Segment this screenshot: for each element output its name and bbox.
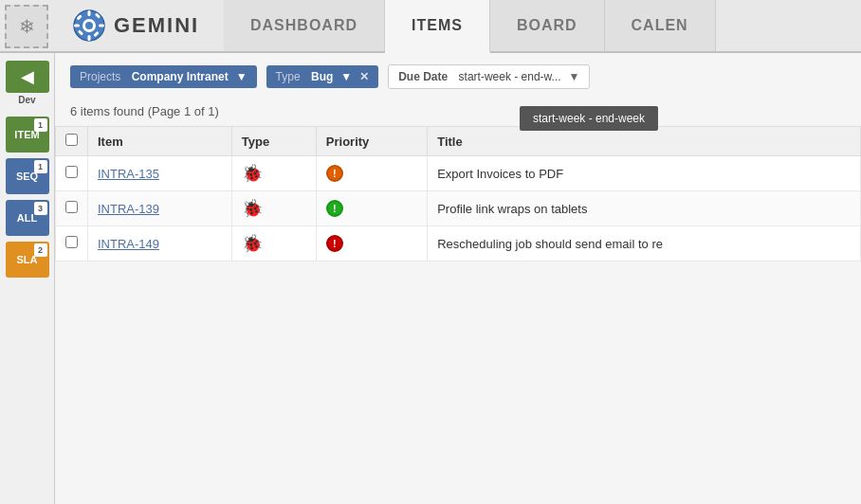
select-all-checkbox[interactable] bbox=[65, 134, 78, 146]
row-type: 🐞 bbox=[231, 156, 316, 191]
tab-items[interactable]: ITEMS bbox=[385, 0, 490, 53]
sidebar-back-label: Dev bbox=[18, 95, 35, 105]
table-header-type: Type bbox=[231, 127, 316, 156]
svg-rect-5 bbox=[74, 25, 80, 27]
table-header-priority: Priority bbox=[316, 127, 427, 156]
bug-icon: 🐞 bbox=[242, 199, 263, 218]
snowflake-icon: ❄ bbox=[19, 15, 35, 38]
sidebar-back-button[interactable]: ◀ bbox=[6, 61, 49, 93]
due-date-filter[interactable]: Due Date start-week - end-w... ▼ bbox=[388, 64, 590, 89]
type-filter-label: Type bbox=[276, 70, 301, 83]
gear-icon bbox=[72, 9, 106, 43]
type-dropdown-arrow-icon[interactable]: ▼ bbox=[340, 70, 352, 83]
type-filter-value: Bug bbox=[311, 70, 333, 83]
priority-indicator: ! bbox=[326, 235, 343, 252]
row-priority: ! bbox=[316, 156, 427, 191]
svg-rect-3 bbox=[88, 10, 91, 16]
sidebar-item-sla-badge: 2 bbox=[34, 243, 47, 257]
items-found-text: 6 items found (Page 1 of 1) bbox=[55, 100, 861, 126]
row-checkbox-cell bbox=[56, 226, 88, 261]
bug-icon: 🐞 bbox=[242, 234, 263, 253]
sidebar-item-all-badge: 3 bbox=[34, 202, 47, 215]
filter-bar: Projects Company Intranet ▼ Type Bug ▼ ✕… bbox=[55, 53, 861, 100]
project-filter[interactable]: Projects Company Intranet ▼ bbox=[70, 65, 257, 88]
table-header-item: Item bbox=[88, 127, 232, 156]
type-filter-remove-icon[interactable]: ✕ bbox=[359, 70, 369, 83]
svg-point-2 bbox=[85, 22, 93, 29]
sidebar-item-seq[interactable]: SEQ 1 bbox=[6, 158, 49, 194]
project-filter-label: Projects bbox=[80, 70, 120, 83]
nav-logo-area: GEMINI bbox=[53, 0, 224, 51]
priority-indicator: ! bbox=[326, 165, 343, 182]
item-link-INTRA-139[interactable]: INTRA-139 bbox=[98, 202, 159, 216]
row-checkbox-cell bbox=[56, 191, 88, 226]
row-title: Export Invoices to PDF bbox=[428, 156, 861, 191]
sidebar-item-item[interactable]: ITEM 1 bbox=[6, 117, 49, 153]
priority-indicator: ! bbox=[326, 200, 343, 217]
svg-rect-4 bbox=[88, 35, 91, 41]
row-title: Profile link wraps on tablets bbox=[428, 191, 861, 226]
main-layout: ◀ Dev ITEM 1 SEQ 1 ALL 3 SLA 2 Projects … bbox=[0, 53, 861, 504]
svg-rect-6 bbox=[99, 25, 104, 27]
sidebar-item-sla[interactable]: SLA 2 bbox=[6, 242, 49, 278]
row-priority: ! bbox=[316, 226, 427, 261]
item-link-INTRA-149[interactable]: INTRA-149 bbox=[98, 237, 159, 251]
project-dropdown-arrow-icon[interactable]: ▼ bbox=[236, 70, 247, 83]
type-filter[interactable]: Type Bug ▼ ✕ bbox=[266, 65, 379, 88]
main-content: Projects Company Intranet ▼ Type Bug ▼ ✕… bbox=[55, 53, 861, 504]
due-date-value: start-week - end-w... bbox=[459, 70, 561, 83]
item-link-INTRA-135[interactable]: INTRA-135 bbox=[98, 167, 159, 181]
top-navigation: ❄ GEMINI DASHBOARD ITEMS BOARD CALEN bbox=[0, 0, 861, 53]
row-checkbox-cell bbox=[56, 156, 88, 191]
tab-dashboard[interactable]: DASHBOARD bbox=[224, 0, 385, 51]
table-header-checkbox bbox=[56, 127, 88, 156]
app-icon-box[interactable]: ❄ bbox=[5, 5, 48, 48]
table-row: INTRA-149🐞!Rescheduling job should send … bbox=[56, 226, 861, 261]
row-checkbox-INTRA-139[interactable] bbox=[65, 201, 78, 213]
dropdown-hint: start-week - end-week bbox=[520, 106, 658, 131]
table-row: INTRA-135🐞!Export Invoices to PDF bbox=[56, 156, 861, 191]
due-date-dropdown-arrow-icon[interactable]: ▼ bbox=[569, 70, 580, 83]
row-item-id[interactable]: INTRA-149 bbox=[88, 226, 232, 261]
table-row: INTRA-139🐞!Profile link wraps on tablets bbox=[56, 191, 861, 226]
tab-calendar[interactable]: CALEN bbox=[605, 0, 716, 51]
sidebar: ◀ Dev ITEM 1 SEQ 1 ALL 3 SLA 2 bbox=[0, 53, 55, 504]
items-table: Item Type Priority Title INTRA-135🐞!Expo… bbox=[55, 126, 861, 261]
sidebar-item-item-badge: 1 bbox=[34, 118, 47, 132]
bug-icon: 🐞 bbox=[242, 164, 263, 183]
row-checkbox-INTRA-135[interactable] bbox=[65, 166, 78, 178]
tab-board[interactable]: BOARD bbox=[490, 0, 605, 51]
project-filter-value: Company Intranet bbox=[132, 70, 229, 83]
row-title: Rescheduling job should send email to re bbox=[428, 226, 861, 261]
sidebar-item-all[interactable]: ALL 3 bbox=[6, 200, 49, 236]
sidebar-item-seq-badge: 1 bbox=[34, 160, 47, 173]
row-type: 🐞 bbox=[231, 226, 316, 261]
table-header-title: Title bbox=[428, 127, 861, 156]
row-item-id[interactable]: INTRA-135 bbox=[88, 156, 232, 191]
row-checkbox-INTRA-149[interactable] bbox=[65, 236, 78, 248]
row-priority: ! bbox=[316, 191, 427, 226]
nav-logo-text: GEMINI bbox=[114, 13, 199, 38]
row-type: 🐞 bbox=[231, 191, 316, 226]
row-item-id[interactable]: INTRA-139 bbox=[88, 191, 232, 226]
table-header-row: Item Type Priority Title bbox=[56, 127, 861, 156]
due-date-label: Due Date bbox=[398, 70, 448, 83]
